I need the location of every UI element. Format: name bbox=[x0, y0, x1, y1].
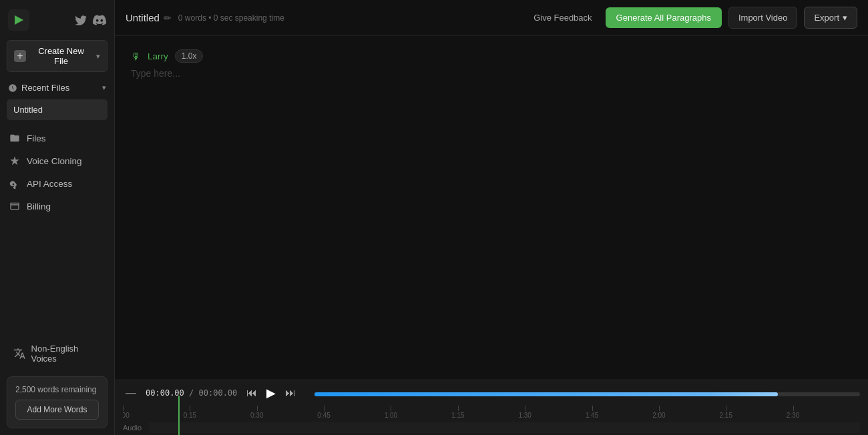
card-icon bbox=[9, 201, 20, 211]
ruler-mark: 0:15 bbox=[190, 406, 256, 419]
key-icon bbox=[9, 178, 20, 189]
plus-icon: + bbox=[14, 50, 26, 62]
playback-bar: — 00:00.00 / 00:00.00 ⏮ ▶ ⏭ bbox=[115, 380, 868, 435]
export-button[interactable]: Export ▾ bbox=[804, 7, 857, 29]
ruler-mark: 2:30 bbox=[793, 406, 860, 419]
ruler-mark: 0:45 bbox=[324, 406, 391, 419]
current-time: 00:00.00 bbox=[146, 388, 189, 398]
ruler-label: 2:00 bbox=[652, 412, 665, 419]
feedback-label: Give Feedback bbox=[533, 13, 592, 23]
ruler-tick bbox=[726, 406, 726, 411]
doc-title-area: Untitled ✏ 0 words • 0 sec speaking time bbox=[126, 12, 284, 23]
playht-logo bbox=[8, 9, 29, 31]
ruler-mark: 0:30 bbox=[257, 406, 324, 419]
ruler-track: 0:00 0:15 0:30 0:45 1:00 1:15 1:30 1:45 … bbox=[123, 406, 860, 419]
ruler-tick bbox=[793, 406, 794, 411]
voice-cloning-label: Voice Cloning bbox=[27, 156, 82, 166]
recent-file-name: Untitled bbox=[13, 105, 43, 115]
sidebar-item-files[interactable]: Files bbox=[0, 127, 114, 149]
play-icon: ▶ bbox=[266, 386, 276, 400]
export-chevron-icon: ▾ bbox=[843, 13, 847, 23]
recent-files-label: Recent Files bbox=[21, 83, 69, 93]
voice-name[interactable]: Larry bbox=[148, 51, 168, 61]
create-btn-chevron: ▾ bbox=[96, 52, 100, 61]
ruler-mark: 1:30 bbox=[525, 406, 592, 419]
generate-label: Generate All Paragraphs bbox=[616, 13, 711, 23]
import-label: Import Video bbox=[738, 13, 787, 23]
ruler-mark: 2:15 bbox=[726, 406, 793, 419]
add-words-label: Add More Words bbox=[27, 405, 87, 414]
ruler-mark: 0:00 bbox=[123, 406, 190, 419]
import-video-button[interactable]: Import Video bbox=[728, 7, 797, 29]
recent-chevron-icon: ▾ bbox=[102, 83, 106, 92]
words-box: 2,500 words remaining Add More Words bbox=[7, 376, 107, 428]
discord-icon[interactable] bbox=[93, 13, 106, 27]
next-icon: ⏭ bbox=[285, 387, 296, 398]
words-remaining-text: 2,500 words remaining bbox=[15, 385, 99, 394]
mute-icon: — bbox=[126, 387, 136, 398]
ruler-label: 1:15 bbox=[451, 412, 464, 419]
sidebar-bottom: Non-English Voices 2,500 words remaining… bbox=[0, 331, 114, 435]
main-content: Untitled ✏ 0 words • 0 sec speaking time… bbox=[115, 0, 868, 435]
add-words-button[interactable]: Add More Words bbox=[15, 400, 99, 420]
ruler-mark: 1:45 bbox=[592, 406, 659, 419]
mute-button[interactable]: — bbox=[123, 387, 139, 399]
sidebar-header bbox=[0, 0, 114, 37]
audio-track-row: Audio bbox=[123, 420, 860, 435]
doc-meta: 0 words • 0 sec speaking time bbox=[178, 13, 284, 23]
editor-placeholder[interactable]: Type here... bbox=[131, 68, 852, 79]
ruler-mark: 1:15 bbox=[458, 406, 525, 419]
translate-icon bbox=[13, 347, 26, 360]
folder-icon bbox=[9, 133, 20, 143]
ruler-tick bbox=[190, 406, 190, 411]
ruler-label: 0:15 bbox=[184, 412, 196, 419]
ruler-tick bbox=[123, 406, 124, 411]
play-button[interactable]: ▶ bbox=[266, 386, 276, 400]
create-new-file-button[interactable]: + Create New File ▾ bbox=[7, 40, 107, 72]
progress-bar[interactable] bbox=[314, 392, 860, 396]
export-label: Export bbox=[814, 13, 839, 23]
generate-all-paragraphs-button[interactable]: Generate All Paragraphs bbox=[606, 7, 722, 28]
recent-file-item[interactable]: Untitled bbox=[7, 99, 107, 120]
transport-controls: ⏮ ▶ ⏭ bbox=[244, 386, 298, 400]
sidebar-item-billing[interactable]: Billing bbox=[0, 195, 114, 218]
social-icons bbox=[74, 13, 106, 27]
time-display: 00:00.00 / 00:00.00 bbox=[146, 388, 237, 398]
edit-title-icon[interactable]: ✏ bbox=[164, 13, 172, 23]
prev-icon: ⏮ bbox=[246, 387, 257, 398]
editor-area: 🎙 Larry 1.0x Type here... bbox=[115, 36, 868, 380]
timeline-ruler: 0:00 0:15 0:30 0:45 1:00 1:15 1:30 1:45 … bbox=[123, 406, 860, 419]
ruler-mark: 2:00 bbox=[659, 406, 726, 419]
recent-files-toggle[interactable]: Recent Files ▾ bbox=[7, 79, 107, 97]
give-feedback-button[interactable]: Give Feedback bbox=[527, 9, 598, 27]
clock-icon bbox=[8, 83, 17, 93]
ruler-tick bbox=[257, 406, 258, 411]
sidebar-item-api-access[interactable]: API Access bbox=[0, 172, 114, 195]
prev-button[interactable]: ⏮ bbox=[244, 386, 260, 400]
speed-badge[interactable]: 1.0x bbox=[175, 49, 204, 63]
api-access-label: API Access bbox=[27, 179, 72, 189]
playhead bbox=[178, 396, 180, 435]
ruler-label: 1:45 bbox=[586, 412, 598, 419]
topbar-actions: Give Feedback Generate All Paragraphs Im… bbox=[527, 7, 857, 29]
twitter-icon[interactable] bbox=[74, 13, 87, 27]
audio-track-label: Audio bbox=[123, 424, 150, 432]
nav-items: Files Voice Cloning API Access Billing bbox=[0, 123, 114, 222]
sidebar: + Create New File ▾ Recent Files ▾ Untit… bbox=[0, 0, 115, 435]
star-icon bbox=[9, 155, 20, 166]
topbar: Untitled ✏ 0 words • 0 sec speaking time… bbox=[115, 0, 868, 36]
ruler-label: 1:30 bbox=[518, 412, 531, 419]
voice-person-icon: 🎙 bbox=[131, 51, 141, 62]
ruler-tick bbox=[525, 406, 525, 411]
ruler-label: 2:30 bbox=[787, 412, 799, 419]
next-button[interactable]: ⏭ bbox=[282, 386, 298, 400]
recent-section: Recent Files ▾ Untitled bbox=[0, 76, 114, 123]
sidebar-item-voice-cloning[interactable]: Voice Cloning bbox=[0, 149, 114, 172]
ruler-tick bbox=[391, 406, 391, 411]
billing-label: Billing bbox=[27, 201, 51, 211]
ruler-label: 0:30 bbox=[250, 412, 263, 419]
non-english-voices-button[interactable]: Non-English Voices bbox=[7, 338, 107, 370]
audio-waveform bbox=[150, 422, 860, 433]
ruler-mark: 1:00 bbox=[391, 406, 457, 419]
ruler-tick bbox=[324, 406, 324, 411]
